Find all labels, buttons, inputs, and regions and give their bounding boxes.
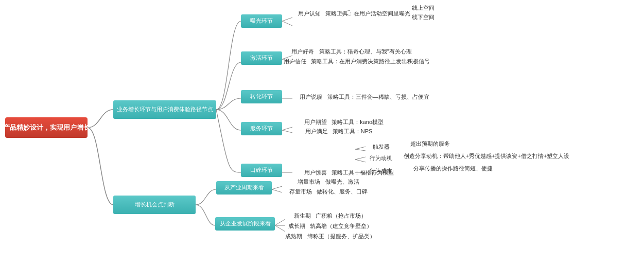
reputation-motivation-text: 创造分享动机：帮助他人+秀优越感+提供谈资+借之打情+塑立人设 (402, 152, 571, 161)
root-label: 产品精妙设计，实现用户增长 (3, 123, 90, 132)
industry-node: 从产业周期来看 (216, 181, 272, 195)
reputation-motivation: 行为动机 (365, 154, 396, 163)
convert-label: 转化环节 (250, 93, 273, 100)
activate-text2: 用户信任 策略工具：在用户消费决策路径上发出积极信号 (292, 58, 421, 66)
svg-line-19 (275, 225, 285, 232)
svg-line-0 (282, 17, 292, 21)
svg-line-8 (282, 130, 292, 133)
enterprise-mature: 成熟期 缔称王（提服务、扩品类） (285, 233, 375, 241)
svg-line-1 (282, 21, 292, 26)
reputation-cost: 行为成本 (365, 167, 396, 175)
enterprise-growth: 成长期 筑高墙（建立竞争壁垒） (285, 222, 375, 231)
convert-node: 转化环节 (241, 90, 282, 103)
service-label: 服务环节 (250, 125, 273, 132)
branch1-label: 业务增长环节与用户消费体验路径节点 (117, 105, 213, 113)
svg-line-15 (272, 186, 282, 189)
svg-line-16 (272, 189, 282, 192)
service-text2: 用户满足 策略工具：NPS (292, 128, 385, 136)
exposure-label: 曝光环节 (250, 17, 273, 25)
exposure-online: 线上空间 (408, 4, 439, 12)
svg-line-17 (275, 219, 285, 225)
industry-stock: 存量市场 做转化、服务、口碑 (282, 188, 375, 196)
svg-line-7 (282, 127, 292, 130)
svg-line-12 (355, 157, 365, 160)
branch2-label: 增长机会点判断 (135, 201, 175, 208)
reputation-node: 口碑环节 (241, 164, 282, 177)
service-node: 服务环节 (241, 122, 282, 135)
convert-text1: 用户说服 策略工具：三件套—稀缺、亏损、占便宜 (292, 93, 437, 101)
activate-label: 激活环节 (250, 54, 273, 62)
root-node: 产品精妙设计，实现用户增长 (5, 117, 88, 138)
branch1-node: 业务增长环节与用户消费体验路径节点 (113, 100, 216, 119)
exposure-node: 曝光环节 (241, 14, 282, 28)
exposure-offline: 线下空间 (408, 13, 439, 22)
svg-line-11 (355, 149, 365, 151)
branch2-node: 增长机会点判断 (113, 196, 196, 214)
industry-growth: 增量市场 做曝光、激活 (282, 178, 375, 186)
activate-node: 激活环节 (241, 51, 282, 65)
reputation-trigger-text: 超出预期的服务 (402, 140, 458, 148)
reputation-trigger: 触发器 (365, 143, 396, 151)
exposure-text1: 用户认知 策略工具：在用户活动空间里曝光 (292, 9, 416, 19)
svg-line-10 (355, 147, 365, 149)
activate-text1: 用户好奇 策略工具：猎奇心理、与我"有关心理 (292, 48, 411, 56)
svg-line-13 (355, 160, 365, 162)
reputation-cost-text: 分享传播的操作路径简短、使捷 (402, 165, 504, 173)
enterprise-label: 从企业发展阶段来看 (220, 220, 271, 227)
enterprise-node: 从企业发展阶段来看 (215, 217, 275, 231)
reputation-label: 口碑环节 (250, 166, 273, 174)
industry-label: 从产业周期来看 (224, 184, 264, 191)
enterprise-new: 新生期 广积粮（抢占市场） (285, 212, 375, 220)
service-text1: 用户期望 策略工具：kano模型 (292, 118, 395, 127)
